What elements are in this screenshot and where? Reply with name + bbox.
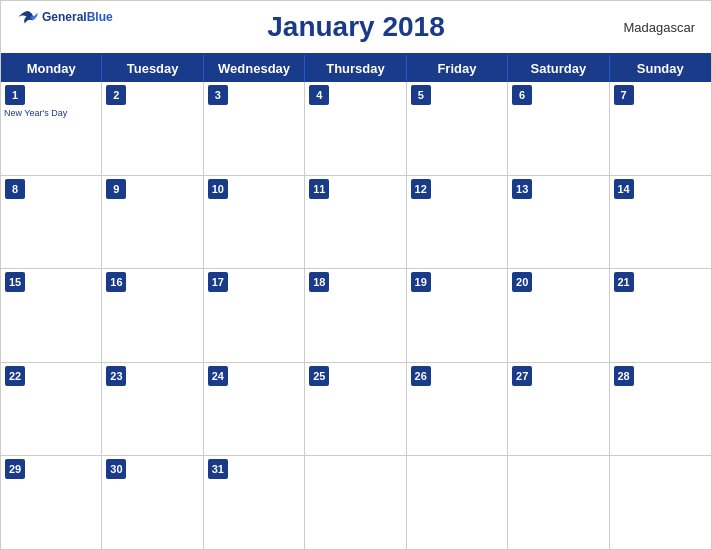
day-9: 9 — [102, 176, 203, 269]
week-row-5: 29 30 31 — [1, 456, 711, 549]
day-23: 23 — [102, 363, 203, 456]
day-1: 1 New Year's Day — [1, 82, 102, 175]
day-28: 28 — [610, 363, 711, 456]
header-tuesday: Tuesday — [102, 55, 203, 82]
day-6: 6 — [508, 82, 609, 175]
day-3: 3 — [204, 82, 305, 175]
calendar-title: January 2018 — [267, 11, 444, 43]
holiday-new-years: New Year's Day — [4, 108, 67, 119]
header-wednesday: Wednesday — [204, 55, 305, 82]
day-13: 13 — [508, 176, 609, 269]
empty-sat — [508, 456, 609, 549]
logo-area: GeneralBlue — [17, 9, 113, 27]
empty-fri — [407, 456, 508, 549]
empty-sun — [610, 456, 711, 549]
day-8: 8 — [1, 176, 102, 269]
day-30: 30 — [102, 456, 203, 549]
logo-bird-icon — [17, 9, 39, 27]
week-row-2: 8 9 10 11 12 13 14 — [1, 176, 711, 270]
day-21: 21 — [610, 269, 711, 362]
week-row-1: 1 New Year's Day 2 3 4 5 6 7 — [1, 82, 711, 176]
logo-text: GeneralBlue — [42, 11, 113, 24]
day-24: 24 — [204, 363, 305, 456]
day-14: 14 — [610, 176, 711, 269]
header-sunday: Sunday — [610, 55, 711, 82]
day-number-1: 1 — [5, 85, 25, 105]
day-26: 26 — [407, 363, 508, 456]
header-thursday: Thursday — [305, 55, 406, 82]
day-headers: Monday Tuesday Wednesday Thursday Friday… — [1, 55, 711, 82]
empty-thu — [305, 456, 406, 549]
day-31: 31 — [204, 456, 305, 549]
weeks-container: 1 New Year's Day 2 3 4 5 6 7 8 9 10 11 1… — [1, 82, 711, 549]
calendar-wrapper: GeneralBlue January 2018 Madagascar Mond… — [0, 0, 712, 550]
day-7: 7 — [610, 82, 711, 175]
day-2: 2 — [102, 82, 203, 175]
day-29: 29 — [1, 456, 102, 549]
day-15: 15 — [1, 269, 102, 362]
header-saturday: Saturday — [508, 55, 609, 82]
day-22: 22 — [1, 363, 102, 456]
day-5: 5 — [407, 82, 508, 175]
day-19: 19 — [407, 269, 508, 362]
day-11: 11 — [305, 176, 406, 269]
day-17: 17 — [204, 269, 305, 362]
day-27: 27 — [508, 363, 609, 456]
day-16: 16 — [102, 269, 203, 362]
header-monday: Monday — [1, 55, 102, 82]
week-row-4: 22 23 24 25 26 27 28 — [1, 363, 711, 457]
day-12: 12 — [407, 176, 508, 269]
day-18: 18 — [305, 269, 406, 362]
day-20: 20 — [508, 269, 609, 362]
calendar-grid: Monday Tuesday Wednesday Thursday Friday… — [1, 53, 711, 549]
day-10: 10 — [204, 176, 305, 269]
country-label: Madagascar — [623, 20, 695, 35]
header-friday: Friday — [407, 55, 508, 82]
day-25: 25 — [305, 363, 406, 456]
calendar-header: GeneralBlue January 2018 Madagascar — [1, 1, 711, 53]
day-4: 4 — [305, 82, 406, 175]
week-row-3: 15 16 17 18 19 20 21 — [1, 269, 711, 363]
